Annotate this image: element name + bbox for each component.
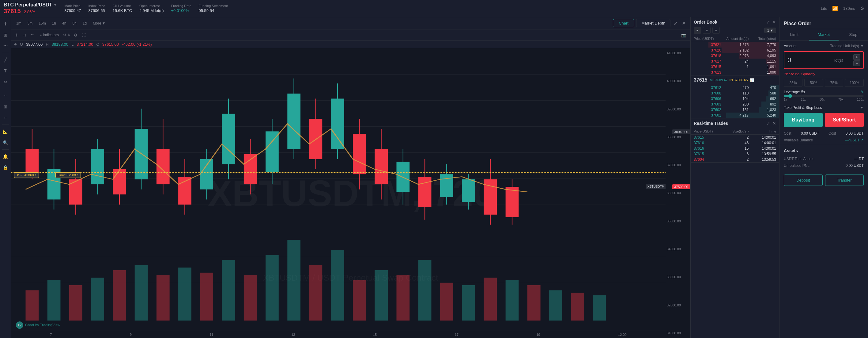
close-trades-icon[interactable]: ✕	[772, 121, 776, 126]
ob-depth-selector[interactable]: 1 ▼	[765, 28, 776, 33]
measure-icon[interactable]: ↔	[1, 91, 10, 100]
trade-time-2: 14:00:01	[749, 141, 776, 145]
close-ob-icon[interactable]: ✕	[772, 20, 776, 25]
ob-view-sells[interactable]: ≡	[703, 27, 710, 34]
stop-tab[interactable]: Stop	[839, 29, 868, 40]
price-line-icon[interactable]: ⊣	[22, 32, 27, 38]
trade-row[interactable]: 37615 6 13:59:55	[691, 151, 779, 157]
svg-rect-18	[418, 260, 432, 320]
chart-canvas[interactable]: XBTUSDTM, 720 XBTUSDTM / USDT Perpetual …	[11, 48, 690, 338]
leverage-edit-button[interactable]: ✎	[861, 90, 864, 94]
pct-25-button[interactable]: 25%	[784, 79, 802, 87]
pct-100-button[interactable]: 100%	[845, 79, 864, 87]
grid-icon[interactable]: ⊞	[1, 103, 10, 111]
ruler-icon[interactable]: 📐	[1, 127, 10, 136]
trade-row[interactable]: 37616 46 14:00:01	[691, 140, 779, 146]
ob-sell-row[interactable]: 37617 24 1,115	[691, 59, 779, 64]
market-tab[interactable]: Market	[809, 29, 838, 40]
indicators-button[interactable]: ⌁ Indicators	[38, 32, 61, 38]
sell-short-button[interactable]: Sell/Short	[825, 113, 864, 127]
trade-row[interactable]: 37616 15 14:00:01	[691, 146, 779, 151]
amount-input[interactable]	[787, 56, 824, 64]
timeframe-5m[interactable]: 5m	[25, 20, 35, 27]
crosshair-icon[interactable]: ✛	[1, 20, 10, 28]
bell-icon[interactable]: 🔔	[1, 152, 10, 161]
timeframe-4h[interactable]: 4h	[60, 20, 68, 27]
wifi-icon: 📶	[832, 5, 838, 11]
stat-open-interest: Open Interest 4.945 M lot(s)	[140, 4, 163, 13]
tradingview-label: Chart by TradingView	[25, 323, 60, 327]
expand-trades-icon[interactable]: ⤢	[766, 121, 770, 126]
more-timeframes-button[interactable]: More ▼	[91, 20, 107, 27]
timeframe-1h[interactable]: 1h	[50, 20, 58, 27]
chart-tab-button[interactable]: Chart	[613, 19, 634, 27]
trade-row[interactable]: 37615 2 14:00:01	[691, 135, 779, 140]
amount-increment-button[interactable]: +	[853, 54, 860, 60]
trade-size-1: 2	[721, 135, 749, 140]
ob-sell-row[interactable]: 37621 1,575 7,770	[691, 42, 779, 48]
ob-sell-row[interactable]: 37615 1 1,091	[691, 64, 779, 69]
candles-area[interactable]: ▼ -0.43068 1 Limit: 37500 1	[11, 48, 665, 331]
ob-sell-row[interactable]: 37618 2,978 4,093	[691, 53, 779, 59]
fullscreen-icon[interactable]: ⛶	[81, 32, 87, 38]
ob-mid-chart-icon[interactable]: 📊	[750, 78, 754, 82]
trade-size-5: 2	[721, 157, 749, 162]
pct-50-button[interactable]: 50%	[804, 79, 823, 87]
settings-icon[interactable]: ⚙	[860, 5, 864, 11]
trading-unit-dropdown-icon[interactable]: ▼	[860, 44, 864, 48]
leverage-thumb[interactable]	[788, 94, 792, 98]
timeframe-8h[interactable]: 8h	[70, 20, 79, 27]
ob-sell-row[interactable]: 37620 2,102 6,195	[691, 48, 779, 53]
close-chart-icon[interactable]: ✕	[681, 19, 687, 27]
timeframe-1d[interactable]: 1d	[81, 20, 89, 27]
market-depth-tab-button[interactable]: Market Depth	[636, 19, 671, 27]
leverage-slider[interactable]	[784, 95, 864, 96]
ob-buy-row[interactable]: 37603 200 892	[691, 102, 779, 107]
ob-buy-row[interactable]: 37612 470 470	[691, 85, 779, 90]
order-book-title: Order Book	[694, 20, 764, 25]
amount-decrement-button[interactable]: −	[853, 60, 860, 66]
ob-buy-row[interactable]: 37606 104 692	[691, 96, 779, 102]
timeframe-1m[interactable]: 1m	[14, 20, 24, 27]
ob-sell-row[interactable]: 37613 1,090	[691, 69, 779, 75]
pct-75-button[interactable]: 75%	[825, 79, 843, 87]
undo-icon[interactable]: ↺	[63, 33, 66, 37]
text-tool-icon[interactable]: T	[1, 66, 10, 75]
sell-price-4: 37617	[694, 59, 721, 63]
ob-view-buys[interactable]: ≡	[712, 27, 720, 34]
trade-price-2: 37616	[694, 141, 721, 145]
ticker-name[interactable]: BTC Perpetual/USDT ▼	[4, 2, 57, 8]
trade-row[interactable]: 37604 2 13:59:53	[691, 157, 779, 162]
ob-view-both[interactable]: ≡	[694, 27, 701, 34]
ob-buy-row[interactable]: 37608 118 588	[691, 90, 779, 96]
amount-input-box[interactable]: lot(s) + −	[784, 51, 864, 69]
redo-icon[interactable]: ↻	[67, 33, 70, 37]
transfer-button[interactable]: Transfer	[825, 174, 864, 186]
line-tool-icon[interactable]: ╱	[1, 56, 10, 64]
buy-long-button[interactable]: Buy/Long	[784, 113, 823, 127]
ohlc-bar: ⊕ O 38077.00 H 38188.00 L 37214.00 C 376…	[11, 41, 690, 48]
svg-rect-5	[135, 265, 148, 320]
available-balance-link[interactable]: —/USDT ↗	[845, 138, 864, 142]
ob-buy-row[interactable]: 37602 131 1,023	[691, 107, 779, 113]
tp-sl-expand-icon[interactable]: ▼	[860, 106, 864, 110]
lock-icon[interactable]: 🔒	[1, 163, 10, 172]
camera-icon[interactable]: 📷	[680, 32, 687, 38]
cursor-icon[interactable]: ✛	[14, 32, 19, 38]
ticker-dropdown-icon[interactable]: ▼	[53, 3, 57, 7]
expand-icon[interactable]: ⤢	[672, 19, 679, 27]
zoom-icon[interactable]: 🔍	[1, 138, 10, 147]
back-icon[interactable]: ←	[1, 113, 10, 122]
limit-tab[interactable]: Limit	[779, 29, 809, 40]
node-tool-icon[interactable]: ⋈	[1, 78, 10, 86]
timeframe-15m[interactable]: 15m	[36, 20, 48, 27]
lite-button[interactable]: Lite	[821, 6, 827, 11]
candlestick-icon[interactable]: ⊞	[1, 31, 10, 39]
wave-icon[interactable]: 〜	[1, 42, 10, 50]
expand-ob-icon[interactable]: ⤢	[766, 20, 770, 25]
wave-draw-icon[interactable]: 〜	[29, 31, 35, 39]
deposit-button[interactable]: Deposit	[784, 174, 823, 186]
tp-sl-row[interactable]: Take Profit & Stop Loss ▼	[784, 106, 864, 110]
ob-buy-row[interactable]: 37601 4,217 5,240	[691, 113, 779, 118]
settings-draw-icon[interactable]: ⚙	[73, 32, 79, 38]
